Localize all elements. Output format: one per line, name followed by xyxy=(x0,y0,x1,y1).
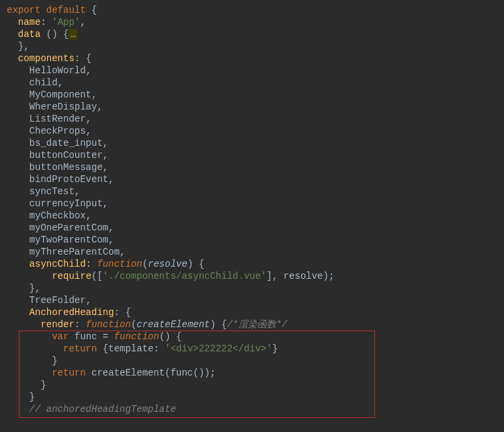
component-item: bs_date_input xyxy=(30,138,103,148)
key-components: components xyxy=(18,53,75,64)
kw-default: default xyxy=(46,5,86,15)
kw-function: function xyxy=(114,331,159,342)
code-block: export default { name: 'App', data () {…… xyxy=(0,0,504,422)
kw-return: return xyxy=(52,368,85,378)
component-item: myThreeParentCom xyxy=(30,247,120,257)
key-render: render xyxy=(40,319,74,330)
component-item: buttonMessage xyxy=(30,162,103,173)
key-data: data xyxy=(18,29,41,40)
component-item: bindProtoEvent xyxy=(30,174,109,185)
param-resolve: resolve xyxy=(148,259,187,269)
call-createElement: createElement(func()); xyxy=(91,368,216,378)
comment-render: /*渲染函数*/ xyxy=(227,319,288,330)
param-createElement: createElement xyxy=(136,319,210,330)
key-asyncChild: asyncChild xyxy=(30,259,86,269)
kw-var: var xyxy=(52,331,69,342)
component-item: myCheckbox xyxy=(30,210,86,221)
str-name: 'App' xyxy=(52,17,80,28)
component-item: MyComponent xyxy=(30,89,91,100)
component-item: TreeFolder xyxy=(30,295,86,306)
kw-function: function xyxy=(86,319,131,330)
var-func: func xyxy=(75,331,97,342)
key-anchoredHeading: AnchoredHeading xyxy=(30,307,114,318)
component-item: WhereDisplay xyxy=(30,101,97,112)
key-template: template xyxy=(108,343,153,354)
component-item: ListRender xyxy=(30,114,86,124)
fold-icon[interactable]: … xyxy=(69,29,77,40)
key-name: name xyxy=(18,17,41,28)
data-paren: () xyxy=(46,29,58,40)
component-item: HelloWorld xyxy=(30,65,86,76)
component-item: myOneParentCom xyxy=(30,222,109,233)
component-item: buttonCounter xyxy=(30,150,103,161)
component-item: currencyInput xyxy=(30,198,103,209)
kw-export: export xyxy=(7,5,40,15)
str-template: '<div>222222</div>' xyxy=(165,343,272,354)
kw-function: function xyxy=(97,259,142,269)
arg-resolve: resolve xyxy=(284,271,323,282)
component-item: CheckProps xyxy=(30,126,86,136)
component-item: syncTest xyxy=(30,186,75,197)
str-require-path: './components/asyncChild.vue' xyxy=(103,271,267,282)
brace: { xyxy=(91,5,97,15)
kw-return: return xyxy=(63,343,97,354)
component-item: child xyxy=(30,77,58,88)
trailing-comment: // anchoredHeadingTemplate xyxy=(30,404,176,415)
component-item: myTwoParentCom xyxy=(30,234,109,245)
kw-require: require xyxy=(52,271,91,282)
